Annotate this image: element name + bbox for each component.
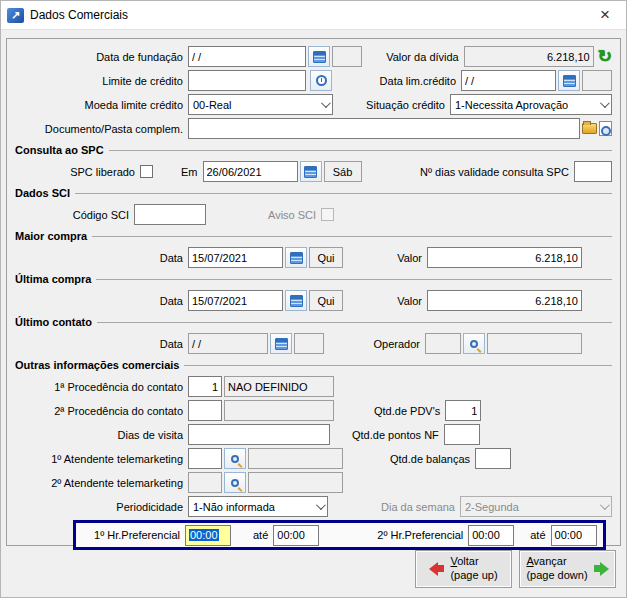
- chevron-down-icon: [321, 98, 331, 108]
- maior-compra-calendar-button[interactable]: [285, 247, 307, 268]
- situacao-credito-label: Situação crédito: [366, 99, 445, 111]
- ultima-compra-weekday: Qui: [309, 290, 343, 311]
- operador-label: Operador: [374, 338, 420, 350]
- maior-compra-data-label: Data: [15, 252, 183, 264]
- calendar-icon: [313, 51, 326, 63]
- hr2-label: 2º Hr.Preferencial: [377, 529, 463, 541]
- section-ultimo-contato: Último contato: [15, 315, 612, 329]
- history-icon: [316, 75, 327, 86]
- atendente2-search-button[interactable]: [224, 472, 246, 493]
- refresh-icon[interactable]: ↻: [598, 48, 612, 65]
- limite-credito-label: Limite de crédito: [15, 75, 183, 87]
- hr2-ate-label: até: [530, 529, 545, 541]
- document-search-icon[interactable]: [599, 121, 612, 136]
- dias-visita-input[interactable]: [188, 424, 330, 445]
- spc-liberado-checkbox[interactable]: [140, 165, 153, 178]
- documento-input[interactable]: [188, 118, 580, 139]
- limite-credito-input[interactable]: [188, 70, 306, 91]
- codigo-sci-label: Código SCI: [15, 209, 129, 221]
- hr1-label: 1º Hr.Preferencial: [80, 529, 180, 541]
- spc-liberado-label: SPC liberado: [15, 166, 135, 178]
- aviso-sci-label: Aviso SCI: [268, 209, 316, 221]
- atendente2-name-field: [248, 472, 343, 493]
- atendente2-code-field: [188, 472, 222, 493]
- maior-compra-data-input[interactable]: [188, 247, 283, 268]
- ultimo-contato-data-field: / /: [188, 333, 268, 354]
- operador-search-button[interactable]: [463, 333, 485, 354]
- operador-name-field: [487, 333, 582, 354]
- main-frame: Data de fundação Valor da dívida 6.218,1…: [6, 38, 621, 546]
- atendente1-search-button[interactable]: [224, 448, 246, 469]
- codigo-sci-input[interactable]: [134, 204, 206, 225]
- hr2-fim-input[interactable]: 00:00: [551, 525, 597, 546]
- section-maior-compra: Maior compra: [15, 229, 612, 243]
- maior-compra-weekday: Qui: [309, 247, 343, 268]
- folder-icon[interactable]: [582, 123, 597, 134]
- situacao-credito-select[interactable]: 1-Necessita Aprovação: [450, 94, 612, 115]
- proc1-code-input[interactable]: [188, 376, 222, 397]
- aviso-sci-checkbox: [321, 208, 334, 221]
- hr1-inicio-input[interactable]: 00:00: [185, 525, 231, 546]
- close-icon[interactable]: ×: [590, 2, 620, 28]
- valor-divida-field: 6.218,10: [464, 46, 594, 67]
- ultima-compra-valor-input[interactable]: [427, 290, 582, 311]
- section-outras-informacoes: Outras informações comerciais: [15, 358, 612, 372]
- maior-compra-valor-label: Valor: [397, 252, 422, 264]
- ultimo-contato-data-label: Data: [15, 338, 183, 350]
- spc-validade-label: Nº dias validade consulta SPC: [420, 166, 569, 178]
- data-fundacao-weekday: [332, 46, 362, 67]
- dialog-dados-comerciais: ↗ Dados Comerciais × Data de fundação Va…: [0, 0, 627, 598]
- data-fundacao-label: Data de fundação: [15, 51, 183, 63]
- valor-divida-label: Valor da dívida: [386, 51, 459, 63]
- qtd-balancas-input[interactable]: [475, 448, 511, 469]
- qtd-balancas-label: Qtd.de balanças: [390, 453, 470, 465]
- atendente1-code-input[interactable]: [188, 448, 222, 469]
- voltar-button[interactable]: Voltar (page up): [415, 550, 512, 588]
- ultima-compra-data-label: Data: [15, 295, 183, 307]
- limite-credito-history-button[interactable]: [310, 70, 332, 91]
- calendar-icon: [563, 75, 576, 87]
- periodicidade-select[interactable]: 1-Não informada: [188, 496, 328, 517]
- ultima-compra-calendar-button[interactable]: [285, 290, 307, 311]
- window-title: Dados Comerciais: [30, 8, 128, 22]
- proc2-code-input[interactable]: [188, 400, 222, 421]
- spc-em-weekday: Sáb: [324, 161, 362, 182]
- footer: Voltar (page up) Avançar (page down): [1, 546, 626, 597]
- qtd-pdvs-input[interactable]: [445, 400, 481, 421]
- data-lim-credito-calendar-button[interactable]: [558, 70, 580, 91]
- data-fundacao-input[interactable]: [188, 46, 306, 67]
- calendar-icon: [290, 295, 303, 307]
- section-dados-sci: Dados SCI: [15, 186, 612, 200]
- proc2-label: 2ª Procedência do contato: [15, 405, 183, 417]
- calendar-icon: [275, 338, 288, 350]
- back-arrow-icon: [429, 562, 444, 576]
- operador-code-field: [425, 333, 461, 354]
- data-fundacao-calendar-button[interactable]: [308, 46, 330, 67]
- spc-em-calendar-button[interactable]: [300, 161, 322, 182]
- ultima-compra-valor-label: Valor: [397, 295, 422, 307]
- chevron-down-icon: [600, 98, 610, 108]
- search-icon: [231, 479, 239, 487]
- hr2-inicio-input[interactable]: 00:00: [468, 525, 514, 546]
- forward-arrow-icon: [594, 562, 609, 576]
- ultimo-contato-calendar-button[interactable]: [270, 333, 292, 354]
- app-icon: ↗: [7, 8, 24, 23]
- atendente2-label: 2º Atendente telemarketing: [15, 477, 183, 489]
- hr1-fim-input[interactable]: 00:00: [273, 525, 319, 546]
- moeda-limite-select[interactable]: 00-Real: [188, 94, 333, 115]
- chevron-down-icon: [316, 500, 326, 510]
- maior-compra-valor-input[interactable]: [427, 247, 582, 268]
- data-lim-credito-weekday: [582, 70, 612, 91]
- proc1-name-field: NAO DEFINIDO: [224, 376, 334, 397]
- spc-em-input[interactable]: [203, 161, 298, 182]
- avancar-button[interactable]: Avançar (page down): [519, 550, 616, 588]
- data-lim-credito-label: Data lim.crédito: [380, 75, 456, 87]
- dia-semana-select: 2-Segunda: [460, 496, 612, 517]
- spc-validade-input[interactable]: [574, 161, 612, 182]
- data-lim-credito-input[interactable]: [461, 70, 556, 91]
- ultima-compra-data-input[interactable]: [188, 290, 283, 311]
- atendente1-label: 1º Atendente telemarketing: [15, 453, 183, 465]
- section-ultima-compra: Última compra: [15, 272, 612, 286]
- qtd-pontos-nf-input[interactable]: [444, 424, 480, 445]
- section-consulta-spc: Consulta ao SPC: [15, 143, 612, 157]
